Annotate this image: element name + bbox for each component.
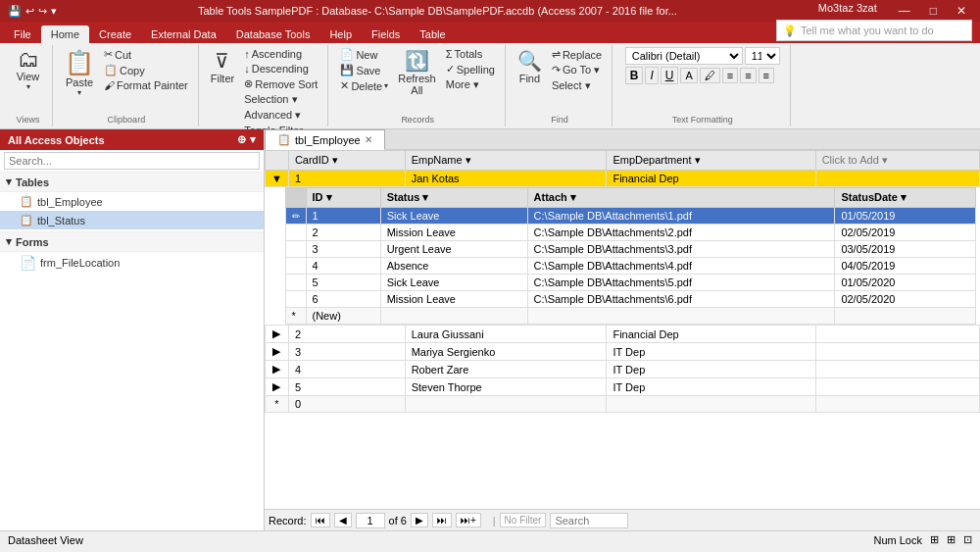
filter-button[interactable]: ⊽ Filter — [207, 47, 238, 86]
delete-button[interactable]: ✕ Delete ▾ — [336, 78, 392, 93]
sub-table-row-4[interactable]: 4 Absence C:\Sample DB\Attachments\4.pdf… — [285, 258, 975, 275]
tab-home[interactable]: Home — [41, 25, 89, 43]
cut-button[interactable]: ✂ Cut — [100, 47, 192, 62]
doc-tab-close-icon[interactable]: ✕ — [365, 134, 372, 145]
frm-filelocation-icon: 📄 — [20, 255, 36, 271]
font-color-button[interactable]: A — [680, 68, 697, 83]
sub-col-status[interactable]: Status ▾ — [380, 188, 527, 208]
bold-button[interactable]: B — [625, 67, 644, 84]
sub-table-header-row: ID ▾ Status ▾ Attach ▾ StatusDate ▾ — [285, 188, 975, 208]
tab-file[interactable]: File — [4, 25, 41, 43]
save-button[interactable]: 💾 Save — [336, 63, 392, 77]
copy-button[interactable]: 📋 Copy — [100, 63, 192, 77]
doc-tab-tbl-employee[interactable]: 📋 tbl_Employee ✕ — [265, 129, 385, 150]
sub-table-row-5[interactable]: 5 Sick Leave C:\Sample DB\Attachments\5.… — [285, 275, 975, 291]
find-button[interactable]: 🔍 Find — [514, 47, 546, 86]
tab-fields[interactable]: Fields — [362, 25, 410, 43]
advanced-button[interactable]: Advanced ▾ — [240, 108, 321, 123]
dropdown-icon[interactable]: ▾ — [51, 5, 57, 18]
table-row-steven[interactable]: ▶ 5 Steven Thorpe IT Dep — [266, 378, 980, 396]
view-button[interactable]: 🗂 View ▾ — [11, 47, 46, 93]
sidebar-item-tbl-status[interactable]: 📋 tbl_Status — [0, 211, 264, 229]
sub-table-row-3[interactable]: 3 Urgent Leave C:\Sample DB\Attachments\… — [285, 241, 975, 258]
select-button[interactable]: Select ▾ — [548, 78, 606, 93]
cell-empname-3: Mariya Sergienko — [405, 343, 607, 361]
totals-button[interactable]: Σ Totals — [442, 47, 499, 61]
sub-col-attach[interactable]: Attach ▾ — [527, 188, 835, 208]
col-cardid[interactable]: CardID ▾ — [288, 151, 405, 171]
descending-button[interactable]: ↓ Descending — [240, 62, 321, 75]
redo-icon[interactable]: ↪ — [38, 5, 47, 18]
tab-database-tools[interactable]: Database Tools — [226, 25, 320, 43]
nav-current-input[interactable] — [356, 513, 385, 528]
col-click-to-add[interactable]: Click to Add ▾ — [815, 151, 979, 171]
cell-cardid-new: 0 — [288, 396, 405, 413]
align-left-button[interactable]: ≡ — [722, 68, 738, 83]
font-family-select[interactable]: Calibri (Detail) — [625, 47, 743, 65]
sidebar-section-forms[interactable]: ▾ Forms — [0, 231, 264, 252]
replace-button[interactable]: ⇌ Replace — [548, 47, 606, 62]
sidebar-item-frm-filelocation[interactable]: 📄 frm_FileLocation — [0, 252, 264, 274]
filter-status: | — [493, 515, 496, 527]
tab-external-data[interactable]: External Data — [141, 25, 226, 43]
tab-help[interactable]: Help — [319, 25, 362, 43]
remove-sort-button[interactable]: ⊗ Remove Sort — [240, 76, 321, 91]
search-input[interactable] — [4, 152, 260, 170]
selection-button[interactable]: Selection ▾ — [240, 92, 321, 107]
sub-col-id[interactable]: ID ▾ — [306, 188, 380, 208]
italic-button[interactable]: I — [645, 67, 658, 84]
nav-last-button[interactable]: ⏭ — [432, 513, 452, 527]
spelling-button[interactable]: ✓ Spelling — [442, 62, 499, 76]
no-filter-button[interactable]: No Filter — [500, 513, 547, 527]
view-icon-layout[interactable]: ⊡ — [963, 533, 972, 546]
sub-table-row-2[interactable]: 2 Mission Leave C:\Sample DB\Attachments… — [285, 225, 975, 241]
sub-table-row-6[interactable]: 6 Mission Leave C:\Sample DB\Attachments… — [285, 291, 975, 308]
main-table: CardID ▾ EmpName ▾ EmpDepartment ▾ Click… — [265, 150, 980, 413]
expand-cell-4[interactable]: ▶ — [266, 361, 289, 378]
ascending-button[interactable]: ↑ Ascending — [240, 47, 321, 61]
nav-new-record-button[interactable]: ⏭+ — [456, 513, 481, 527]
sub-table-new-row[interactable]: * (New) — [285, 308, 975, 325]
view-icon-pivot[interactable]: ⊞ — [947, 533, 956, 546]
nav-next-button[interactable]: ▶ — [411, 513, 428, 527]
sidebar-section-tables[interactable]: ▾ Tables — [0, 173, 264, 192]
cell-empname-1: Jan Kotas — [405, 171, 607, 187]
sub-col-statusdate[interactable]: StatusDate ▾ — [835, 188, 975, 208]
more-button[interactable]: More ▾ — [442, 77, 499, 92]
col-empdepartment[interactable]: EmpDepartment ▾ — [607, 151, 815, 171]
table-row-jan-kotas[interactable]: ▼ 1 Jan Kotas Financial Dep — [266, 171, 980, 187]
forms-chevron-icon: ▾ — [6, 235, 12, 248]
refresh-button[interactable]: 🔃 Refresh All — [394, 47, 440, 98]
font-size-select[interactable]: 11 — [745, 47, 780, 65]
nav-first-button[interactable]: ⏮ — [311, 513, 330, 527]
new-record-button[interactable]: 📄 New — [336, 47, 392, 62]
align-right-button[interactable]: ≡ — [759, 68, 774, 83]
format-painter-button[interactable]: 🖌 Format Painter — [100, 78, 192, 92]
sidebar-menu-icon[interactable]: ▾ — [250, 133, 256, 146]
save-icon[interactable]: 💾 — [8, 5, 22, 18]
view-icon-datasheet[interactable]: ⊞ — [930, 533, 939, 546]
nav-prev-button[interactable]: ◀ — [334, 513, 352, 527]
highlight-button[interactable]: 🖊 — [700, 68, 720, 83]
sidebar-search-icon[interactable]: ⊕ — [237, 133, 246, 146]
sidebar-item-tbl-employee[interactable]: 📋 tbl_Employee — [0, 192, 264, 211]
paste-button[interactable]: 📋 Paste ▾ — [61, 47, 98, 99]
table-row-robert[interactable]: ▶ 4 Robert Zare IT Dep — [266, 361, 980, 378]
expand-cell-2[interactable]: ▶ — [266, 326, 289, 343]
expand-cell-1[interactable]: ▼ — [266, 171, 289, 187]
expand-cell-5[interactable]: ▶ — [266, 378, 289, 396]
tab-create[interactable]: Create — [89, 25, 141, 43]
goto-button[interactable]: ↷ Go To ▾ — [548, 63, 606, 77]
table-row-new[interactable]: * 0 — [266, 396, 980, 413]
table-row-mariya[interactable]: ▶ 3 Mariya Sergienko IT Dep — [266, 343, 980, 361]
tell-me-input[interactable]: 💡 Tell me what you want to do — [776, 20, 972, 41]
tab-table[interactable]: Table — [410, 25, 455, 43]
undo-icon[interactable]: ↩ — [25, 5, 34, 18]
table-row-laura[interactable]: ▶ 2 Laura Giussani Financial Dep — [266, 326, 980, 343]
underline-button[interactable]: U — [661, 67, 679, 84]
expand-cell-3[interactable]: ▶ — [266, 343, 289, 361]
col-empname[interactable]: EmpName ▾ — [405, 151, 607, 171]
sub-table-row-1[interactable]: ✏ 1 Sick Leave C:\Sample DB\Attachments\… — [285, 208, 975, 225]
align-center-button[interactable]: ≡ — [740, 68, 756, 83]
search-nav-input[interactable] — [550, 513, 628, 528]
